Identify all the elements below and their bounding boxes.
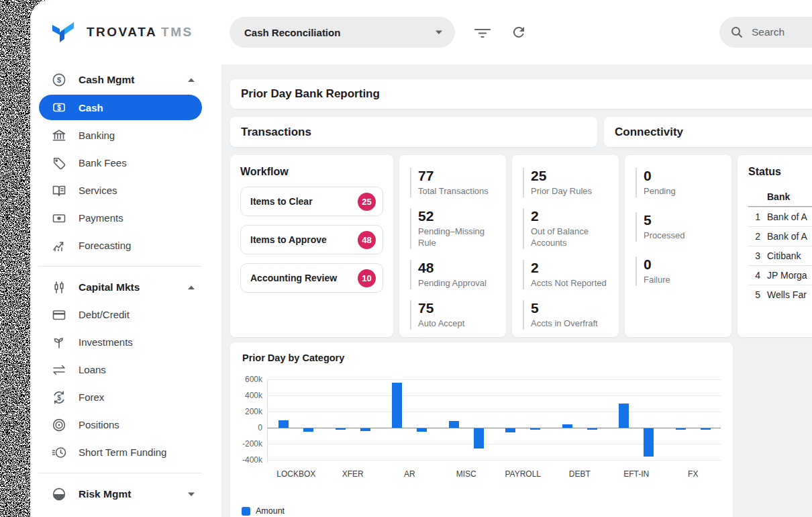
workflow-item-items-to-clear[interactable]: Items to Clear 25 [240, 187, 383, 216]
nav-item-label: Positions [79, 419, 119, 430]
stat-value: 52 [418, 208, 498, 224]
svg-text:$: $ [57, 76, 61, 84]
sidebar-item-investments[interactable]: Investments [30, 328, 221, 356]
filter-button[interactable] [473, 23, 492, 42]
transactions-title: Transactions [241, 126, 311, 139]
chart-title: Prior Day by Category [242, 352, 721, 363]
credit-card-icon [52, 308, 66, 322]
gridline [268, 379, 721, 380]
stat-value: 75 [418, 300, 498, 316]
candlestick-icon [52, 280, 66, 295]
view-selector-dropdown[interactable]: Cash Reconciliation [230, 17, 455, 48]
section-label: Risk Mgmt [79, 488, 131, 500]
bar-debt-1 [587, 428, 597, 430]
row-number: 3 [748, 250, 767, 261]
search-placeholder: Search [752, 26, 784, 38]
chevron-up-icon [188, 285, 195, 289]
workflow-item-accounting-review[interactable]: Accounting Review 10 [240, 263, 383, 293]
bar-chart-icon [52, 514, 66, 517]
count-badge: 25 [358, 193, 376, 211]
stat-value: 2 [531, 208, 611, 224]
gridline [268, 412, 721, 412]
cash-icon: $ [52, 100, 66, 115]
refresh-icon [511, 24, 527, 40]
stat-label: Accts in Overfraft [531, 318, 611, 330]
bullseye-icon [52, 418, 66, 432]
x-axis-category-label: FX [665, 469, 722, 479]
sidebar-divider [38, 266, 201, 267]
tag-icon [52, 156, 66, 171]
nav-item-label: Services [79, 185, 117, 196]
prior-day-by-category-chart-card: Prior Day by Category LOCKBOXXFERARMISCP… [230, 342, 733, 517]
dollar-cycle-icon: $ [52, 390, 66, 405]
workflow-item-label: Items to Approve [250, 234, 327, 245]
nav-item-label: Banking [79, 130, 115, 141]
stat-label: Auto Accept [418, 318, 498, 330]
transactions-stats-card-primary: 77 Total Transactions 52 Pending–Missing… [399, 155, 506, 337]
sidebar-item-banking[interactable]: Banking [30, 122, 221, 149]
status-table-row[interactable]: 5 Wells Far [748, 285, 812, 304]
status-table-row[interactable]: 4 JP Morga [748, 265, 812, 285]
sidebar-item-debt-credit[interactable]: Debt/Credit [30, 301, 221, 328]
sidebar-item-positions[interactable]: Positions [30, 411, 221, 438]
sidebar-item-bank-fees[interactable]: Bank Fees [30, 149, 221, 177]
main-content: Prior Day Bank Reporting Transactions Co… [221, 64, 812, 517]
sidebar-item-forecasting[interactable]: Forecasting [30, 232, 221, 259]
status-table-row[interactable]: 1 Bank of A [748, 207, 812, 226]
sidebar: $ Cash Mgmt $ Cash Banking [30, 64, 221, 517]
view-selector-value: Cash Reconciliation [244, 27, 340, 38]
book-icon [52, 183, 66, 198]
connectivity-stats-card: 0 Pending 5 Processed 0 Failure [625, 155, 731, 337]
stat-value: 5 [644, 212, 723, 228]
bank-icon [52, 128, 66, 143]
sidebar-section-capital-mkts[interactable]: Capital Mkts [30, 273, 221, 301]
sidebar-item-payments[interactable]: Payments [30, 204, 221, 232]
bar-misc-0 [449, 421, 459, 428]
x-axis-category-label: DEBT [552, 469, 609, 479]
status-table-row[interactable]: 2 Bank of A [748, 226, 812, 246]
x-axis-category-label: XFER [325, 469, 382, 479]
bank-column-header: Bank [767, 191, 790, 202]
row-number: 4 [748, 270, 767, 281]
sidebar-item-services[interactable]: Services [30, 177, 221, 204]
sidebar-item-forex[interactable]: $ Forex [30, 383, 221, 411]
x-axis-category-label: EFT-IN [608, 469, 665, 479]
nav-item-label: Short Term Funding [79, 446, 166, 458]
stat-value: 0 [644, 256, 723, 272]
transactions-section-header: Transactions [230, 117, 597, 147]
stat-value: 0 [644, 168, 723, 183]
clock-lines-icon [52, 445, 66, 460]
bar-payroll-1 [530, 428, 540, 430]
sidebar-section-risk-mgmt[interactable]: Risk Mgmt [30, 480, 221, 508]
forecast-icon [52, 238, 66, 253]
connectivity-title: Connectivity [615, 126, 683, 139]
x-axis-category-label: AR [381, 469, 438, 479]
sidebar-item-loans[interactable]: Loans [30, 356, 221, 383]
bar-misc-1 [474, 428, 484, 449]
status-table: 0 Bank 1 Bank of A 2 Bank of A 3 [748, 187, 812, 304]
stat-pending: 0 Pending [636, 168, 723, 197]
sidebar-item-cash[interactable]: $ Cash [39, 95, 202, 120]
sidebar-item-short-term-funding[interactable]: Short Term Funding [30, 438, 221, 466]
nav-item-label: Investments [79, 336, 133, 348]
y-axis-tick-label: 600k [242, 375, 262, 384]
bank-name: JP Morga [767, 270, 807, 281]
refresh-button[interactable] [509, 23, 528, 42]
workflow-item-items-to-approve[interactable]: Items to Approve 48 [240, 225, 383, 254]
sidebar-section-cash-mgmt[interactable]: $ Cash Mgmt [30, 66, 221, 93]
nav-item-label: Payments [79, 212, 123, 224]
workflow-card: Workflow Items to Clear 25 Items to Appr… [230, 155, 393, 337]
page-title: Prior Day Bank Reporting [241, 87, 380, 101]
bar-ar-1 [417, 428, 427, 432]
search-input[interactable]: Search [719, 17, 812, 48]
sidebar-section-finance[interactable]: Finance [30, 508, 221, 517]
nav-item-label: Forex [79, 391, 104, 403]
stat-label: Prior Day Rules [531, 186, 611, 197]
bank-name: Citibank [767, 250, 801, 261]
bar-debt-0 [562, 424, 572, 428]
status-table-row[interactable]: 3 Citibank [748, 246, 812, 265]
bar-eft-in-1 [644, 428, 654, 457]
bar-lockbox-1 [303, 428, 313, 432]
bar-ar-0 [392, 383, 402, 428]
svg-text:$: $ [57, 393, 61, 401]
